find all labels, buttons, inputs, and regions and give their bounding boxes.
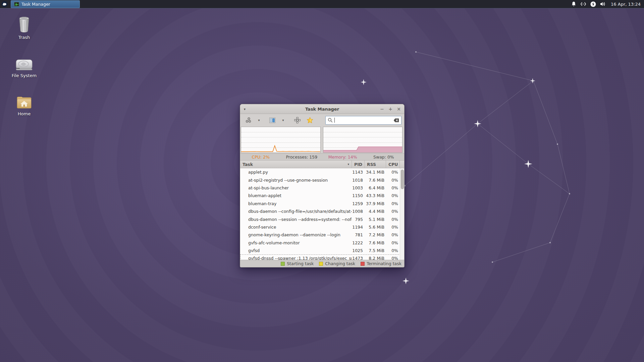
power-manager-icon[interactable] <box>590 1 596 7</box>
sort-descending-icon: ▾ <box>347 163 349 166</box>
cpu-cell: 0% <box>386 185 400 190</box>
notifications-bell-icon[interactable] <box>571 1 577 7</box>
titlebar[interactable]: ▾ Task Manager − + × <box>240 104 404 114</box>
memory-history-area <box>323 147 402 153</box>
task-manager-window: ▾ Task Manager − + × ▾ ▾ <box>240 104 405 267</box>
rss-cell: 7.2 MiB <box>365 232 386 237</box>
cpu-cell: 0% <box>386 209 400 214</box>
status-bar: CPU: 2% Processes: 159 Memory: 14% Swap:… <box>240 153 404 161</box>
table-row[interactable]: at-spi-bus-launcher10036.4 MiB0% <box>240 184 404 192</box>
task-cell: gnome-keyring-daemon --daemonize --login <box>240 232 352 237</box>
scrollbar-thumb[interactable] <box>401 170 404 189</box>
maximize-button[interactable]: + <box>388 106 393 112</box>
cpu-cell: 0% <box>386 193 400 198</box>
table-row[interactable]: at-spi2-registryd --use-gnome-session101… <box>240 176 404 184</box>
cpu-cell: 0% <box>386 201 400 206</box>
rss-cell: 5.1 MiB <box>365 217 386 222</box>
volume-icon[interactable] <box>600 1 606 7</box>
header-corner <box>400 161 405 168</box>
changing-task-swatch <box>319 262 323 266</box>
desktop-icon-home[interactable]: Home <box>8 92 40 116</box>
cpu-cell: 0% <box>386 225 400 230</box>
pid-cell: 1150 <box>352 193 365 198</box>
task-cell: dbus-daemon --session --address=systemd:… <box>240 217 352 222</box>
table-row[interactable]: blueman-tray125937.9 MiB0% <box>240 200 404 207</box>
task-cell: dbus-daemon --config-file=/usr/share/def… <box>240 209 352 214</box>
task-cell: at-spi2-registryd --use-gnome-session <box>240 178 352 183</box>
pid-cell: 1008 <box>352 209 365 214</box>
clear-search-icon[interactable] <box>393 118 399 122</box>
rss-cell: 34.1 MiB <box>365 170 386 175</box>
rss-cell: 7.6 MiB <box>365 240 386 245</box>
pid-cell: 795 <box>352 217 365 222</box>
memory-status: Memory: 14% <box>322 155 363 160</box>
pid-cell: 1143 <box>352 170 365 175</box>
table-row[interactable]: applet.py114334.1 MiB0% <box>240 168 404 176</box>
task-cell: gvfs-afc-volume-monitor <box>240 240 352 245</box>
table-row[interactable]: gvfs-afc-volume-monitor12227.6 MiB0% <box>240 239 404 247</box>
column-header-pid[interactable]: PID <box>352 161 365 168</box>
cpu-cell: 0% <box>386 256 400 260</box>
minimize-button[interactable]: − <box>379 106 385 112</box>
columns-button[interactable] <box>268 116 276 125</box>
legend-changing-task: Changing task <box>319 261 355 266</box>
cpu-cell: 0% <box>386 178 400 183</box>
text-cursor <box>334 118 335 123</box>
starting-task-swatch <box>281 262 285 266</box>
pid-cell: 1025 <box>352 248 365 253</box>
process-filter-button[interactable] <box>244 116 252 125</box>
legend-bar: Starting task Changing task Terminating … <box>240 260 404 267</box>
process-list: applet.py114334.1 MiB0% at-spi2-registry… <box>240 168 404 260</box>
legend-terminating-task: Terminating task <box>361 261 401 266</box>
column-header-task[interactable]: Task ▾ <box>240 161 352 168</box>
vertical-scrollbar[interactable] <box>400 168 404 260</box>
applications-menu-button[interactable] <box>0 0 9 8</box>
xubuntu-logo-icon <box>1 1 8 7</box>
swap-status: Swap: 0% <box>363 155 404 160</box>
home-folder-icon <box>8 92 40 109</box>
cpu-cell: 0% <box>386 240 400 245</box>
columns-dropdown[interactable]: ▾ <box>279 116 287 125</box>
table-row[interactable]: blueman-applet115043.3 MiB0% <box>240 192 404 199</box>
identify-window-button[interactable] <box>293 116 301 125</box>
taskbar-button-task-manager[interactable]: Task Manager <box>11 0 80 8</box>
table-row[interactable]: gnome-keyring-daemon --daemonize --login… <box>240 231 404 239</box>
table-row[interactable]: gvfsd-dnssd --spawner :1.13 /org/gtk/gvf… <box>240 254 404 260</box>
task-cell: gvfsd-dnssd --spawner :1.13 /org/gtk/gvf… <box>240 256 352 260</box>
close-button[interactable]: × <box>396 106 401 112</box>
task-cell: gvfsd <box>240 248 352 253</box>
star-icon <box>307 117 313 123</box>
column-header-rss[interactable]: RSS <box>365 161 386 168</box>
memory-graph <box>323 127 403 153</box>
panel-clock[interactable]: 16 Apr, 13:24 <box>611 2 641 7</box>
task-cell: applet.py <box>240 170 352 175</box>
network-icon[interactable] <box>580 1 586 7</box>
column-label: CPU <box>388 162 398 167</box>
process-filter-dropdown[interactable]: ▾ <box>255 116 263 125</box>
task-cell: blueman-applet <box>240 193 352 198</box>
desktop-icon-label: File System <box>8 73 40 78</box>
desktop-icon-file-system[interactable]: File System <box>8 54 40 78</box>
table-row[interactable]: gvfsd10257.5 MiB0% <box>240 247 404 254</box>
table-row[interactable]: dconf-service11945.6 MiB0% <box>240 223 404 231</box>
cpu-cell: 0% <box>386 248 400 253</box>
toolbar: ▾ ▾ <box>240 114 404 126</box>
desktop-icon-trash[interactable]: Trash <box>8 15 40 40</box>
table-row[interactable]: dbus-daemon --session --address=systemd:… <box>240 215 404 223</box>
cpu-cell: 0% <box>386 217 400 222</box>
cpu-cell: 0% <box>386 232 400 237</box>
rss-cell: 4.4 MiB <box>365 209 386 214</box>
desktop-icon-label: Trash <box>8 35 40 40</box>
search-input[interactable] <box>325 116 401 125</box>
window-menu-icon[interactable]: ▾ <box>244 107 246 111</box>
legend-label: Terminating task <box>367 261 401 266</box>
column-header-cpu[interactable]: CPU <box>386 161 400 168</box>
columns-icon <box>269 118 275 123</box>
crosshair-move-icon <box>294 117 301 123</box>
pid-cell: 1003 <box>352 185 365 190</box>
preferences-button[interactable] <box>306 116 314 125</box>
table-row[interactable]: dbus-daemon --config-file=/usr/share/def… <box>240 207 404 215</box>
column-label: RSS <box>367 162 376 167</box>
table-header: Task ▾ PID RSS CPU <box>240 161 404 168</box>
rss-cell: 7.6 MiB <box>365 178 386 183</box>
